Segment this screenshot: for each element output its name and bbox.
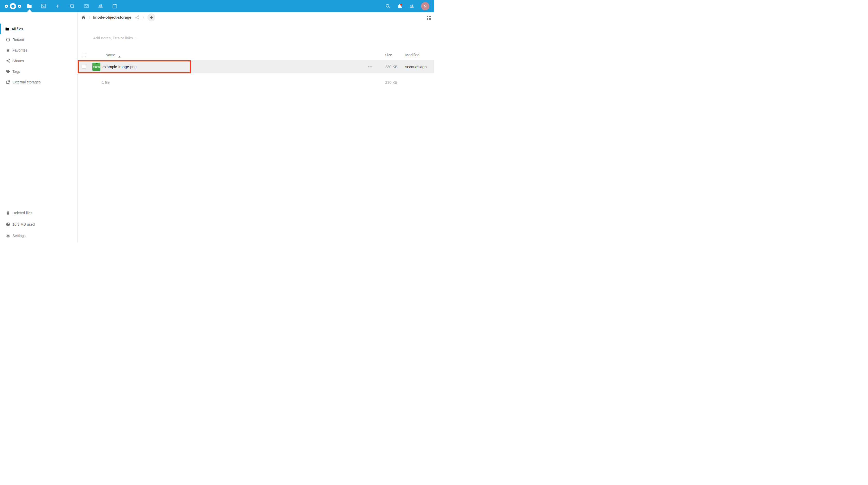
- star-icon: [6, 48, 10, 52]
- app-photos-button[interactable]: [36, 0, 51, 12]
- sidebar-item-label: Favorites: [12, 48, 27, 52]
- app-calendar-button[interactable]: [108, 0, 122, 12]
- photos-icon: [41, 3, 46, 9]
- name-column-header: Name: [105, 53, 115, 57]
- file-list-header: Name Size Modified: [78, 50, 434, 60]
- grid-view-icon: [427, 16, 430, 20]
- tag-icon: [6, 69, 10, 74]
- sidebar-item-shares[interactable]: Shares: [0, 55, 78, 66]
- thumbnail-artwork: ❁✿❂❁S: [93, 65, 100, 68]
- sidebar-item-label: 16.3 MB used: [12, 222, 35, 226]
- sidebar-item-tags[interactable]: Tags: [0, 66, 78, 77]
- contacts-icon: [98, 3, 103, 9]
- app-files-button[interactable]: [22, 0, 36, 12]
- search-button[interactable]: [385, 4, 391, 9]
- sidebar-item-label: Shares: [12, 59, 24, 63]
- plus-icon: [150, 16, 153, 20]
- header-right-actions: N: [385, 0, 429, 12]
- sidebar-item-label: Tags: [12, 69, 20, 74]
- sidebar-item-label: Settings: [12, 234, 26, 238]
- grid-view-toggle-button[interactable]: [427, 16, 430, 20]
- sidebar-item-external-storages[interactable]: External storages: [0, 77, 78, 87]
- sidebar-item-label: Deleted files: [12, 211, 32, 215]
- size-column-header[interactable]: Size: [377, 53, 398, 57]
- file-thumbnail: ❁✿❂❁S: [92, 63, 100, 71]
- clock-icon: [6, 37, 10, 42]
- three-dots-icon: [368, 66, 372, 67]
- sidebar-item-deleted-files[interactable]: Deleted files: [0, 207, 78, 219]
- home-icon: [81, 15, 86, 20]
- folder-icon: [5, 27, 9, 31]
- sidebar-navigation: All files Recent Favorites: [0, 12, 78, 87]
- sidebar-item-settings[interactable]: Settings: [0, 230, 78, 241]
- file-count-summary: 1 file: [102, 80, 110, 84]
- sidebar-item-all-files[interactable]: All files: [0, 24, 78, 34]
- file-extension: .png: [129, 64, 137, 69]
- search-icon: [385, 4, 391, 9]
- top-header-bar: N: [0, 0, 434, 12]
- app-mail-button[interactable]: [79, 0, 93, 12]
- breadcrumb-bar: linode-object-storage: [78, 12, 434, 23]
- file-row-example-image[interactable]: ❁✿❂❁S example-image.png 230 KB seconds a…: [78, 60, 434, 73]
- app-talk-button[interactable]: [65, 0, 79, 12]
- sidebar-item-recent[interactable]: Recent: [0, 34, 78, 45]
- share-icon: [6, 59, 10, 63]
- new-file-button[interactable]: [148, 13, 155, 21]
- sort-by-name-header[interactable]: Name: [91, 53, 363, 57]
- sidebar-item-label: External storages: [12, 80, 41, 84]
- nextcloud-logo-icon[interactable]: [4, 3, 22, 9]
- file-list: Name Size Modified ❁✿❂❁S example-i: [78, 50, 434, 87]
- breadcrumb-separator-icon: [88, 16, 91, 20]
- sidebar-item-favorites[interactable]: Favorites: [0, 45, 78, 55]
- gear-icon: [6, 234, 10, 238]
- share-icon: [135, 15, 140, 20]
- quota-icon: [6, 222, 10, 226]
- file-list-summary: 1 file 230 KB: [78, 78, 434, 87]
- files-content: linode-object-storage Add notes, lists o…: [78, 12, 434, 242]
- calendar-icon: [112, 3, 118, 9]
- sidebar-item-quota[interactable]: 16.3 MB used: [0, 219, 78, 230]
- modified-column-header[interactable]: Modified: [398, 53, 434, 57]
- notification-dot: [400, 4, 402, 6]
- file-size: 230 KB: [377, 65, 398, 69]
- app-navigation: [22, 0, 122, 12]
- avatar-initial: N: [424, 4, 427, 8]
- sort-ascending-icon: [118, 54, 121, 56]
- activity-icon: [55, 3, 61, 9]
- files-sidebar: All files Recent Favorites: [0, 12, 78, 242]
- bell-icon: [397, 4, 402, 9]
- app-activity-button[interactable]: [51, 0, 65, 12]
- talk-icon: [69, 3, 75, 9]
- breadcrumb-separator-icon: [142, 16, 145, 20]
- file-actions-menu-button[interactable]: [363, 66, 377, 67]
- contacts-menu-icon: [409, 4, 414, 9]
- notifications-button[interactable]: [397, 4, 402, 9]
- sidebar-footer: Deleted files 16.3 MB used Settings: [0, 207, 78, 241]
- trash-icon: [6, 211, 10, 215]
- file-modified: seconds ago: [398, 65, 434, 69]
- user-avatar[interactable]: N: [421, 2, 429, 10]
- total-size-summary: 230 KB: [377, 80, 398, 84]
- mail-icon: [84, 3, 89, 9]
- sidebar-item-label: Recent: [12, 37, 24, 42]
- app-contacts-button[interactable]: [93, 0, 108, 12]
- notes-input[interactable]: Add notes, lists or links ...: [93, 34, 434, 42]
- file-row-checkbox[interactable]: [82, 65, 86, 69]
- sidebar-item-label: All files: [12, 27, 23, 31]
- folder-icon: [27, 3, 32, 9]
- file-name[interactable]: example-image.png: [102, 64, 137, 69]
- breadcrumb-current-folder[interactable]: linode-object-storage: [93, 15, 131, 20]
- nextcloud-files-app: N All files Recent: [0, 0, 434, 242]
- contacts-menu-button[interactable]: [409, 4, 414, 9]
- breadcrumb-share-button[interactable]: [135, 15, 140, 20]
- external-storage-icon: [6, 80, 10, 84]
- select-all-checkbox[interactable]: [82, 53, 86, 57]
- breadcrumb-home-button[interactable]: [81, 15, 86, 20]
